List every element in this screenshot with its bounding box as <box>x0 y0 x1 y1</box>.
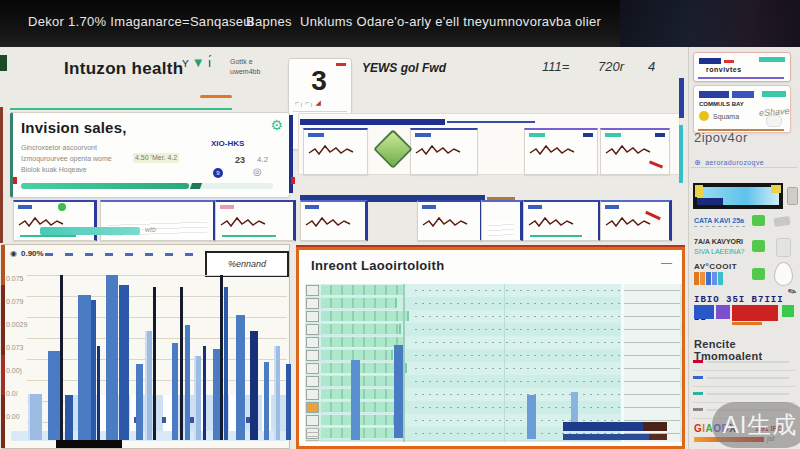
sparkline-card[interactable] <box>417 200 483 241</box>
chart-bar <box>203 346 206 440</box>
chart-bar <box>78 295 91 440</box>
sidebar-heading: 2ipov4or <box>694 130 748 145</box>
table-col-bar-2 <box>394 345 403 438</box>
table-progress-seg2 <box>649 434 667 440</box>
mini-card-teal-chip <box>529 133 545 137</box>
item1-green-chip <box>752 215 765 226</box>
card1-red-dash <box>724 60 734 63</box>
sparkline-chip <box>422 205 436 209</box>
table-col-bar-1 <box>351 360 360 440</box>
row-icon <box>306 363 319 374</box>
header-icons: ʏ▼ı́ <box>182 55 214 70</box>
sparkline-card[interactable] <box>481 200 523 241</box>
barcode-row: IBIO 35I B7III II ✎ <box>694 288 796 302</box>
sidebar-item-2[interactable]: 7A/A KAVYORI SIVA LAEEINA? <box>694 238 796 260</box>
row2-progress-bar <box>40 227 140 235</box>
row-icon <box>306 298 319 309</box>
item2-gray-shape <box>776 238 791 257</box>
row-icon <box>306 311 319 322</box>
block-blue <box>694 305 714 319</box>
card1-label: ronvivtes <box>706 66 742 73</box>
sidebar-link: aeroradurozoqve <box>705 159 764 166</box>
invision-progress-fill <box>21 183 189 189</box>
row-mint-cell <box>321 402 403 412</box>
top-title-bar: Dekor 1.70% Imaganarce=Sanqaseul Bapnes … <box>0 0 800 47</box>
topbar-artifact <box>620 0 800 47</box>
card2-label: COMMULS BAY <box>699 101 744 107</box>
row-mint-cell <box>321 350 393 360</box>
pacman-icon <box>699 111 709 121</box>
recent-row[interactable] <box>693 371 795 387</box>
recent-row[interactable] <box>693 355 795 371</box>
mini-metric-card[interactable] <box>524 128 598 175</box>
header-underline <box>10 108 232 110</box>
chart-bar <box>194 356 201 440</box>
chart-bar <box>236 315 245 440</box>
recent-row-tick <box>693 392 703 395</box>
invision-num2: 4.2 <box>257 155 268 164</box>
screen: Dekor 1.70% Imaganarce=Sanqaseul Bapnes … <box>0 0 800 449</box>
invision-line2-metric: 4.50 'Mer. 4.2 <box>133 153 179 163</box>
pen-icon: ✎ <box>785 285 798 299</box>
block-purple <box>716 305 730 319</box>
row-mint-cell <box>321 337 405 347</box>
chart-bar <box>106 275 118 440</box>
sidebar-card-1[interactable]: ronvivtes <box>693 52 791 82</box>
row-icon <box>306 337 319 348</box>
chart-bar <box>250 331 258 440</box>
table-progress-bar-2 <box>563 434 667 440</box>
mini-card-chip <box>415 133 431 137</box>
header-stat-2: 720r <box>598 59 624 74</box>
card2-navy-bar1 <box>699 91 729 98</box>
sidebar-link-row[interactable]: ⊕ aeroradurozoqve <box>694 151 794 163</box>
header-stat-3: 4 <box>648 59 655 74</box>
chart-bar <box>274 346 280 440</box>
sparkline-card[interactable] <box>600 200 672 241</box>
sparkline-card[interactable] <box>215 200 296 241</box>
row-mint-cell <box>321 311 409 321</box>
bar-chart-panel: ◉ 0.90% %ennand 0.0750.0790.00290.0730.0… <box>2 244 290 449</box>
sparkline-card[interactable] <box>523 200 601 241</box>
row-icon <box>306 389 319 400</box>
ai-watermark: AI生成 <box>712 402 800 448</box>
chart-bar <box>60 275 63 440</box>
sparkline-card[interactable] <box>300 200 368 241</box>
gauge-knob[interactable] <box>787 187 798 205</box>
report-title: Inreont Laooirtoloith <box>311 258 444 273</box>
mini-metric-card[interactable] <box>303 128 368 175</box>
invision-progress-track <box>21 183 273 189</box>
recent-row-line <box>707 361 789 363</box>
invision-dot-icon: 9 <box>213 168 223 178</box>
row-icon <box>306 376 319 387</box>
chart-bar <box>153 287 156 440</box>
stat-divider <box>293 111 347 112</box>
recent-row-line <box>707 393 789 395</box>
chart-bar <box>65 395 73 440</box>
row2-green-dot <box>58 203 66 211</box>
table-divider-1 <box>403 284 405 442</box>
page-title: Intuzon health <box>64 59 183 79</box>
sparkline-underline <box>530 235 582 237</box>
chart-bar <box>286 364 291 440</box>
sidebar-item-3[interactable]: AV°COOIT <box>694 262 796 286</box>
script-note: eShave <box>759 106 790 118</box>
chart-bar <box>97 346 100 440</box>
sidebar-item-1[interactable]: CATA KAVI 25a <box>694 215 796 235</box>
mini-metric-card[interactable] <box>600 128 670 175</box>
chart-bar <box>91 300 96 440</box>
recent-row[interactable] <box>693 387 795 403</box>
row-icon <box>306 285 319 296</box>
invision-sales-card[interactable]: Invision sales, Gincroxsetor ascoorvont … <box>10 112 290 198</box>
sparkline-chip <box>605 205 619 209</box>
mini-metric-card[interactable] <box>410 128 478 175</box>
invision-title: Invision sales, <box>21 119 127 136</box>
item2-label-b: SIVA LAEEINA? <box>694 248 744 255</box>
minimize-button[interactable]: — <box>661 256 672 268</box>
recent-row-line <box>707 377 789 379</box>
invision-swirl-icon: ◎ <box>253 166 262 177</box>
sparkline-chip <box>528 205 542 209</box>
header-stat-1: 111= <box>542 59 569 74</box>
table-progress-bar-1 <box>563 422 667 431</box>
recent-row-tick <box>693 376 703 379</box>
gear-icon[interactable]: ⚙ <box>270 117 283 133</box>
